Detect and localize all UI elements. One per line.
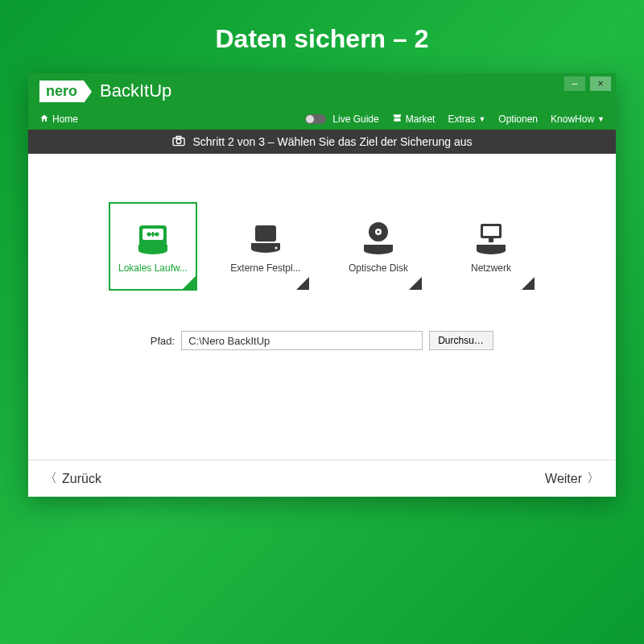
corner-indicator	[522, 277, 535, 290]
svg-point-12	[275, 247, 278, 250]
target-optical-disc[interactable]: Optische Disk	[334, 202, 423, 291]
corner-indicator	[296, 277, 309, 290]
target-label: Externe Festpl...	[230, 262, 300, 274]
live-guide-label: Live Guide	[332, 114, 378, 125]
svg-rect-2	[177, 136, 182, 138]
svg-point-15	[378, 231, 380, 233]
extras-menu[interactable]: Extras ▼	[448, 114, 485, 125]
close-button[interactable]: ×	[590, 76, 611, 91]
titlebar: nero BackItUp – ×	[28, 73, 616, 109]
path-label: Pfad:	[151, 335, 175, 347]
svg-rect-20	[489, 238, 493, 242]
content-area: Lokales Laufw... Externe Festpl... Optis…	[28, 154, 616, 460]
market-button[interactable]: Market	[392, 113, 436, 126]
target-external-drive[interactable]: Externe Festpl...	[221, 202, 310, 291]
external-drive-icon	[243, 219, 288, 258]
page-heading: Daten sichern – 2	[0, 0, 644, 73]
local-drive-icon	[130, 219, 175, 258]
corner-indicator	[409, 277, 422, 290]
svg-point-1	[177, 138, 182, 143]
target-label: Optische Disk	[349, 262, 408, 274]
svg-rect-22	[477, 245, 506, 250]
market-label: Market	[406, 114, 436, 125]
market-icon	[392, 113, 402, 126]
minimize-button[interactable]: –	[564, 76, 585, 91]
corner-indicator	[183, 276, 196, 289]
home-label: Home	[52, 114, 78, 125]
extras-label: Extras	[448, 114, 475, 125]
menubar: Home Live Guide Market Extras ▼ Optionen…	[28, 109, 616, 130]
next-label: Weiter	[545, 472, 582, 486]
next-button[interactable]: Weiter 〉	[545, 470, 600, 487]
chevron-right-icon: 〉	[587, 470, 600, 487]
svg-rect-9	[255, 225, 276, 242]
network-icon	[469, 219, 514, 258]
knowhow-menu[interactable]: KnowHow ▼	[551, 114, 605, 125]
home-icon	[39, 114, 49, 126]
options-menu[interactable]: Optionen	[498, 114, 538, 125]
home-button[interactable]: Home	[39, 114, 78, 126]
footer: 〈 Zurück Weiter 〉	[28, 460, 616, 497]
target-label: Lokales Laufw...	[118, 262, 188, 274]
svg-rect-19	[483, 226, 499, 236]
svg-rect-17	[364, 245, 393, 250]
app-name: BackItUp	[100, 80, 171, 101]
target-local-drive[interactable]: Lokales Laufw...	[109, 202, 197, 291]
back-label: Zurück	[62, 472, 101, 486]
knowhow-label: KnowHow	[551, 114, 594, 125]
target-grid: Lokales Laufw... Externe Festpl... Optis…	[60, 202, 584, 291]
step-text: Schritt 2 von 3 – Wählen Sie das Ziel de…	[192, 135, 472, 148]
live-guide-toggle[interactable]: Live Guide	[305, 114, 378, 125]
brand-logo: nero	[39, 80, 84, 102]
chevron-down-icon: ▼	[597, 115, 605, 123]
window-controls: – ×	[564, 76, 611, 91]
chevron-left-icon: 〈	[44, 470, 57, 487]
step-bar: Schritt 2 von 3 – Wählen Sie das Ziel de…	[28, 130, 616, 154]
back-button[interactable]: 〈 Zurück	[44, 470, 101, 487]
target-network[interactable]: Netzwerk	[447, 202, 535, 291]
optical-disc-icon	[356, 219, 401, 258]
app-window: nero BackItUp – × Home Live Guide Market…	[28, 73, 616, 497]
path-input[interactable]	[181, 331, 423, 350]
chevron-down-icon: ▼	[478, 115, 485, 123]
options-label: Optionen	[498, 114, 538, 125]
path-row: Pfad: Durchsuc...	[60, 331, 584, 350]
target-label: Netzwerk	[471, 262, 511, 274]
browse-button[interactable]: Durchsuc...	[429, 331, 493, 350]
svg-rect-8	[138, 245, 167, 250]
toggle-icon	[305, 114, 326, 124]
camera-icon	[171, 135, 186, 149]
